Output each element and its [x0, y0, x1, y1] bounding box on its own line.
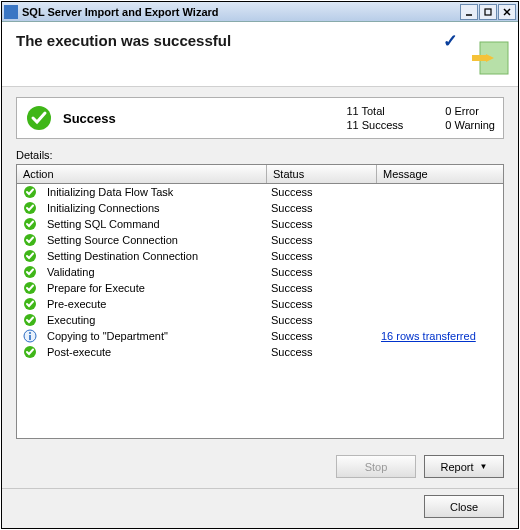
summary-stats: 11 Total 11 Success 0 Error 0 Warning [346, 105, 495, 131]
success-icon [25, 104, 53, 132]
action-text: Copying to "Department" [47, 330, 168, 342]
action-text: Setting SQL Command [47, 218, 160, 230]
table-row[interactable]: Initializing ConnectionsSuccess [17, 200, 503, 216]
table-row[interactable]: Copying to "Department"Success16 rows tr… [17, 328, 503, 344]
window-buttons [460, 4, 516, 20]
status-text: Success [267, 234, 377, 246]
error-count: 0 Error [445, 105, 495, 117]
status-text: Success [267, 314, 377, 326]
maximize-button[interactable] [479, 4, 497, 20]
titlebar[interactable]: SQL Server Import and Export Wizard [2, 2, 518, 22]
app-icon [4, 5, 18, 19]
status-text: Success [267, 202, 377, 214]
svg-point-16 [29, 332, 31, 334]
success-icon [23, 233, 37, 247]
grid-header: Action Status Message [17, 165, 503, 184]
status-text: Success [267, 346, 377, 358]
action-text: Initializing Data Flow Task [47, 186, 173, 198]
button-row-1: Stop Report▼ [2, 445, 518, 484]
col-message[interactable]: Message [377, 165, 503, 183]
status-text: Success [267, 218, 377, 230]
action-text: Executing [47, 314, 95, 326]
chevron-down-icon: ▼ [480, 462, 488, 471]
button-row-2: Close [2, 488, 518, 528]
status-text: Success [267, 282, 377, 294]
details-grid: Action Status Message Initializing Data … [16, 164, 504, 439]
col-status[interactable]: Status [267, 165, 377, 183]
table-row[interactable]: Prepare for ExecuteSuccess [17, 280, 503, 296]
action-text: Initializing Connections [47, 202, 160, 214]
success-icon [23, 281, 37, 295]
warning-count: 0 Warning [445, 119, 495, 131]
minimize-button[interactable] [460, 4, 478, 20]
close-button[interactable] [498, 4, 516, 20]
message-cell: 16 rows transferred [377, 330, 503, 342]
success-icon [23, 265, 37, 279]
table-row[interactable]: Post-executeSuccess [17, 344, 503, 360]
checkmark-icon: ✓ [443, 30, 458, 52]
stop-button: Stop [336, 455, 416, 478]
success-icon [23, 297, 37, 311]
action-text: Pre-execute [47, 298, 106, 310]
close-wizard-button[interactable]: Close [424, 495, 504, 518]
success-icon [23, 249, 37, 263]
svg-rect-1 [485, 9, 491, 15]
success-icon [23, 345, 37, 359]
total-count: 11 Total [346, 105, 403, 117]
message-link[interactable]: 16 rows transferred [381, 330, 476, 342]
table-row[interactable]: ValidatingSuccess [17, 264, 503, 280]
wizard-window: SQL Server Import and Export Wizard The … [1, 1, 519, 529]
content-area: Success 11 Total 11 Success 0 Error 0 Wa… [2, 87, 518, 445]
svg-rect-17 [29, 335, 31, 340]
table-row[interactable]: Setting Destination ConnectionSuccess [17, 248, 503, 264]
banner-title: The execution was successful [16, 32, 504, 49]
window-title: SQL Server Import and Export Wizard [22, 6, 460, 18]
action-text: Setting Source Connection [47, 234, 178, 246]
status-text: Success [267, 250, 377, 262]
summary-label: Success [63, 111, 346, 126]
box-graphic-icon [460, 34, 512, 82]
grid-body[interactable]: Initializing Data Flow TaskSuccessInitia… [17, 184, 503, 434]
summary-box: Success 11 Total 11 Success 0 Error 0 Wa… [16, 97, 504, 139]
status-text: Success [267, 298, 377, 310]
table-row[interactable]: Setting Source ConnectionSuccess [17, 232, 503, 248]
report-button[interactable]: Report▼ [424, 455, 504, 478]
success-icon [23, 217, 37, 231]
table-row[interactable]: Pre-executeSuccess [17, 296, 503, 312]
action-text: Validating [47, 266, 95, 278]
table-row[interactable]: ExecutingSuccess [17, 312, 503, 328]
success-icon [23, 313, 37, 327]
table-row[interactable]: Setting SQL CommandSuccess [17, 216, 503, 232]
status-text: Success [267, 186, 377, 198]
status-text: Success [267, 330, 377, 342]
success-count: 11 Success [346, 119, 403, 131]
banner: The execution was successful ✓ [2, 22, 518, 87]
success-icon [23, 185, 37, 199]
status-text: Success [267, 266, 377, 278]
details-label: Details: [16, 149, 504, 161]
action-text: Setting Destination Connection [47, 250, 198, 262]
success-icon [23, 201, 37, 215]
col-action[interactable]: Action [17, 165, 267, 183]
action-text: Prepare for Execute [47, 282, 145, 294]
table-row[interactable]: Initializing Data Flow TaskSuccess [17, 184, 503, 200]
action-text: Post-execute [47, 346, 111, 358]
info-icon [23, 329, 37, 343]
